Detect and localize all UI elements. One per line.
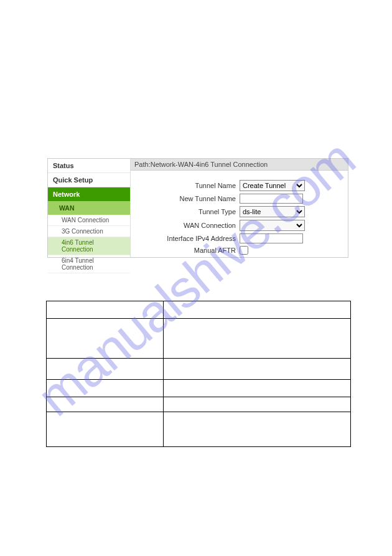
nav-wan[interactable]: WAN <box>48 201 130 215</box>
tunnel-name-label: Tunnel Name <box>143 182 240 189</box>
wan-connection-label: WAN Connection <box>143 222 240 229</box>
table-cell <box>163 359 350 380</box>
interface-ipv4-label: Interface IPv4 Address <box>143 235 240 242</box>
table-cell <box>47 397 164 412</box>
tunnel-type-label: Tunnel Type <box>143 208 240 215</box>
table-cell <box>47 359 164 380</box>
nav-6in4-tunnel[interactable]: 6in4 Tunnel Connection <box>48 255 130 273</box>
tunnel-type-select[interactable]: ds-lite <box>240 206 305 217</box>
new-tunnel-name-label: New Tunnel Name <box>143 195 240 202</box>
table-cell <box>163 412 350 447</box>
table-cell <box>47 412 164 447</box>
nav-quick-setup[interactable]: Quick Setup <box>48 173 130 187</box>
router-screenshot: Status Quick Setup Network WAN WAN Conne… <box>47 158 348 258</box>
table-cell <box>47 319 164 359</box>
nav-network[interactable]: Network <box>48 187 130 201</box>
nav-status[interactable]: Status <box>48 159 130 173</box>
content-area: Path:Network-WAN-4in6 Tunnel Connection … <box>131 159 348 257</box>
parameter-table <box>46 301 351 447</box>
breadcrumb: Path:Network-WAN-4in6 Tunnel Connection <box>131 159 348 171</box>
table-cell <box>163 397 350 412</box>
manual-aftr-checkbox[interactable] <box>240 246 248 255</box>
nav-wan-connection[interactable]: WAN Connection <box>48 215 130 226</box>
manual-aftr-label: Manual AFTR <box>143 247 240 254</box>
tunnel-name-select[interactable]: Create Tunnel <box>240 180 305 191</box>
sidebar: Status Quick Setup Network WAN WAN Conne… <box>48 159 131 257</box>
form-area: Tunnel Name Create Tunnel New Tunnel Nam… <box>131 171 348 260</box>
table-cell <box>47 301 164 319</box>
nav-4in6-tunnel[interactable]: 4in6 Tunnel Connection <box>48 237 130 255</box>
table-cell <box>163 380 350 397</box>
table-cell <box>47 380 164 397</box>
table-cell <box>163 301 350 319</box>
new-tunnel-name-input[interactable] <box>240 194 303 204</box>
nav-3g-connection[interactable]: 3G Connection <box>48 226 130 237</box>
wan-connection-select[interactable] <box>240 220 305 231</box>
interface-ipv4-input[interactable] <box>240 233 303 243</box>
table-cell <box>163 319 350 359</box>
